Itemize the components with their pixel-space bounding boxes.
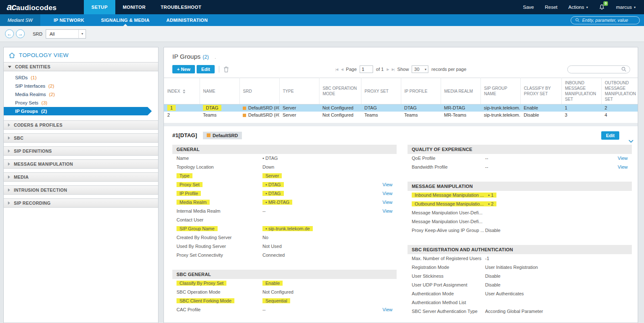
column-header-index[interactable]: INDEX — [164, 78, 200, 104]
next-page-icon[interactable]: ▶ — [387, 68, 389, 71]
delete-icon[interactable] — [223, 66, 229, 73]
view-link[interactable]: View — [618, 164, 632, 169]
logo-mark: ac — [7, 2, 16, 13]
sort-icon[interactable] — [183, 89, 185, 94]
view-link[interactable]: View — [382, 191, 397, 196]
back-button[interactable]: ← — [5, 29, 14, 38]
sidebar-section-core-entities[interactable]: CORE ENTITIES — [4, 62, 158, 71]
detail-edit-button[interactable]: Edit — [601, 131, 619, 140]
nav-tab-ip-network[interactable]: IP NETWORK — [45, 14, 93, 26]
field-row: Max. Number of Registered Users-1 — [408, 254, 632, 263]
sidebar-item-media-realms[interactable]: Media Realms (2) — [4, 90, 158, 99]
field-row: Registration ModeUser Initiates Registra… — [408, 263, 632, 272]
global-search-input[interactable] — [582, 18, 635, 23]
sidebar-item-proxy-sets[interactable]: Proxy Sets (3) — [4, 99, 158, 107]
save-button[interactable]: Save — [523, 5, 534, 10]
field-value: -- — [262, 307, 265, 312]
field-value: User Authenticates — [485, 291, 524, 296]
panel-sbc-general: SBC GENERALClassify By Proxy SetEnableSB… — [172, 270, 397, 314]
global-search[interactable] — [571, 16, 640, 24]
column-header-ip-profile[interactable]: IP PROFILE — [401, 78, 441, 104]
section-label: MESSAGE MANIPULATION — [14, 162, 73, 167]
user-menu[interactable]: marcus ▾ — [616, 5, 636, 10]
sidebar-item-sip-interfaces[interactable]: SIP Interfaces (2) — [4, 82, 158, 90]
cell-value: 4 — [605, 112, 607, 117]
expand-icon — [8, 188, 10, 192]
column-header-inbound-message-manipulation-set[interactable]: INBOUND MESSAGE MANIPULATION SET — [561, 78, 601, 104]
view-link[interactable]: View — [382, 200, 397, 205]
expand-icon — [8, 175, 10, 179]
column-header-srd[interactable]: SRD — [239, 78, 279, 104]
notification-badge: 0 — [603, 1, 608, 6]
sidebar-section-intrusion-detection[interactable]: INTRUSION DETECTION — [4, 185, 158, 195]
field-label: IP Profile — [177, 191, 201, 196]
edit-button[interactable]: Edit — [197, 65, 215, 73]
panel-header: QUALITY OF EXPERIENCE — [408, 145, 632, 154]
field-value: • 2 — [485, 201, 496, 206]
sidebar-item-label: Proxy Sets — [15, 100, 39, 105]
page-size-select[interactable]: 30 ▾ — [412, 65, 428, 73]
table-search-input[interactable] — [571, 67, 621, 72]
column-header-proxy-set[interactable]: PROXY SET — [361, 78, 401, 104]
reset-button[interactable]: Reset — [545, 5, 558, 10]
field-label: Used By Routing Server — [177, 244, 226, 249]
collapse-detail-chevron-icon[interactable] — [628, 140, 634, 143]
page-input[interactable] — [360, 65, 373, 73]
sidebar-item-srds[interactable]: SRDs (1) — [4, 73, 158, 82]
records-per-page-label: records per page — [431, 67, 466, 72]
sidebar-section-media[interactable]: MEDIA — [4, 172, 158, 182]
cell-value: 2 — [605, 105, 607, 110]
field-row: CAC Profile--View — [172, 305, 397, 314]
view-link[interactable]: View — [382, 208, 397, 214]
column-header-outbound-message-manipulation-set[interactable]: OUTBOUND MESSAGE MANIPULATION SET — [601, 78, 638, 104]
sidebar-section-sbc[interactable]: SBC — [4, 133, 158, 143]
srd-select[interactable]: All ▾ — [46, 29, 86, 39]
srd-toolbar: ← → SRD All ▾ — [0, 26, 644, 42]
table-body: 1DTAGDefaultSRD (#0)ServerNot Configured… — [164, 104, 638, 119]
actions-menu[interactable]: Actions ▾ — [569, 5, 588, 10]
field-value: No — [262, 235, 268, 240]
column-header-type[interactable]: TYPE — [279, 78, 319, 104]
sidebar-section-message-manipulation[interactable]: MESSAGE MANIPULATION — [4, 159, 158, 169]
nav-tab-administration[interactable]: ADMINISTRATION — [158, 14, 216, 26]
chevron-down-icon: ▾ — [78, 30, 86, 38]
forward-button[interactable]: → — [16, 29, 25, 38]
chevron-down-icon: ▾ — [423, 66, 428, 73]
srd-badge-label: DefaultSRD — [213, 133, 238, 138]
field-value: -- — [262, 208, 265, 214]
sidebar-section-sip-definitions[interactable]: SIP DEFINITIONS — [4, 146, 158, 156]
last-page-icon[interactable]: ▶| — [392, 68, 394, 71]
view-link[interactable]: View — [618, 156, 632, 161]
field-row: QoE Profile--View — [408, 154, 632, 163]
chevron-down-icon: ▾ — [634, 5, 636, 9]
sidebar-section-sip-recording[interactable]: SIP RECORDING — [4, 198, 158, 208]
table-header-row: INDEXNAMESRDTYPESBC OPERATION MODEPROXY … — [164, 78, 638, 104]
top-tab-troubleshoot[interactable]: TROUBLESHOOT — [153, 0, 209, 14]
sidebar-item-label: IP Groups — [15, 109, 38, 114]
nav-tab-signaling-media[interactable]: SIGNALING & MEDIA — [93, 14, 158, 26]
table-row[interactable]: 2TeamsDefaultSRD (#0)ServerNot Configure… — [164, 112, 638, 119]
field-value: Not Configured — [262, 289, 293, 294]
column-header-sbc-operation-mode[interactable]: SBC OPERATION MODE — [319, 78, 361, 104]
sidebar-section-coders-profiles[interactable]: CODERS & PROFILES — [4, 120, 158, 130]
sidebar-item-ip-groups[interactable]: IP Groups (2) — [4, 107, 148, 115]
table-row[interactable]: 1DTAGDefaultSRD (#0)ServerNot Configured… — [164, 104, 638, 112]
table-search[interactable] — [567, 65, 630, 73]
column-header-sip-group-name[interactable]: SIP GROUP NAME — [480, 78, 520, 104]
field-label: Registration Mode — [412, 265, 449, 270]
prev-page-icon[interactable]: ◀ — [341, 68, 343, 71]
top-tab-setup[interactable]: SETUP — [84, 0, 115, 14]
view-link[interactable]: View — [382, 182, 397, 187]
column-header-name[interactable]: NAME — [200, 78, 239, 104]
cell-value: 2 — [167, 112, 170, 117]
new-button[interactable]: + New — [172, 65, 195, 73]
show-label: Show — [397, 67, 409, 72]
cell-value: Not Configured — [322, 105, 353, 110]
column-header-media-realm[interactable]: MEDIA REALM — [441, 78, 480, 104]
first-page-icon[interactable]: |◀ — [335, 68, 338, 71]
column-header-classify-by-proxy-set[interactable]: CLASSIFY BY PROXY SET — [520, 78, 561, 104]
field-value: Not Used — [262, 244, 282, 249]
top-tab-monitor[interactable]: MONITOR — [115, 0, 153, 14]
notifications-bell-icon[interactable]: 0 — [599, 4, 605, 10]
view-link[interactable]: View — [382, 307, 397, 312]
